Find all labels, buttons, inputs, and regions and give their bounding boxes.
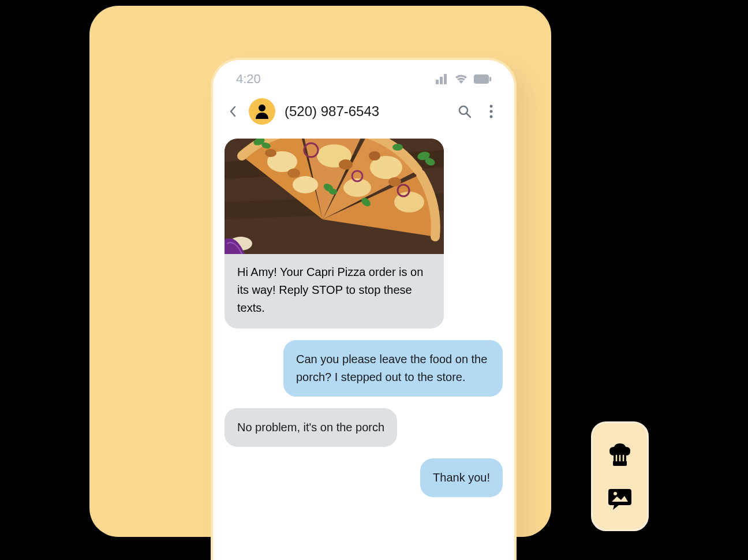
svg-point-22 bbox=[369, 151, 380, 160]
message-text: Thank you! bbox=[433, 471, 490, 484]
svg-point-10 bbox=[490, 115, 493, 118]
phone-frame: 4:20 (520) 987-6543 bbox=[211, 58, 517, 560]
more-vert-icon bbox=[489, 104, 493, 118]
contact-name: (520) 987-6543 bbox=[285, 103, 448, 120]
battery-icon bbox=[474, 74, 491, 84]
svg-point-20 bbox=[339, 159, 353, 170]
floating-panel bbox=[591, 421, 649, 531]
chef-hat-icon bbox=[607, 442, 633, 467]
message-incoming-with-image[interactable]: Hi Amy! Your Capri Pizza order is on its… bbox=[225, 139, 444, 328]
message-text: Hi Amy! Your Capri Pizza order is on its… bbox=[225, 254, 444, 328]
svg-point-17 bbox=[293, 176, 318, 193]
search-button[interactable] bbox=[458, 104, 472, 118]
svg-point-30 bbox=[329, 189, 337, 195]
status-bar: 4:20 bbox=[213, 60, 514, 91]
status-icons bbox=[436, 74, 491, 84]
pizza-photo bbox=[225, 139, 444, 254]
back-button[interactable] bbox=[226, 104, 240, 118]
image-chat-icon bbox=[607, 486, 633, 511]
svg-point-23 bbox=[265, 149, 276, 157]
contact-avatar[interactable] bbox=[249, 98, 275, 125]
message-outgoing[interactable]: Thank you! bbox=[420, 458, 503, 497]
svg-point-21 bbox=[388, 177, 401, 186]
svg-point-9 bbox=[490, 110, 493, 113]
chevron-left-icon bbox=[229, 106, 236, 117]
svg-rect-3 bbox=[474, 74, 489, 84]
svg-rect-4 bbox=[489, 77, 491, 81]
svg-line-7 bbox=[466, 113, 470, 117]
svg-point-8 bbox=[490, 105, 493, 108]
person-icon bbox=[255, 104, 269, 119]
message-incoming[interactable]: No problem, it's on the porch bbox=[225, 408, 397, 447]
message-thread[interactable]: Hi Amy! Your Capri Pizza order is on its… bbox=[213, 134, 514, 509]
signal-icon bbox=[436, 74, 448, 84]
svg-point-39 bbox=[614, 492, 617, 495]
search-icon bbox=[458, 104, 472, 118]
chef-hat-button[interactable] bbox=[606, 440, 634, 468]
svg-rect-2 bbox=[444, 74, 447, 84]
svg-point-19 bbox=[287, 169, 300, 178]
message-outgoing[interactable]: Can you please leave the food on the por… bbox=[283, 340, 503, 397]
status-time: 4:20 bbox=[236, 72, 261, 87]
svg-point-5 bbox=[259, 104, 265, 111]
more-button[interactable] bbox=[484, 104, 498, 118]
message-text: No problem, it's on the porch bbox=[237, 421, 384, 434]
image-chat-button[interactable] bbox=[606, 484, 634, 512]
wifi-icon bbox=[454, 74, 468, 84]
svg-rect-1 bbox=[440, 77, 443, 84]
message-text: Can you please leave the food on the por… bbox=[296, 353, 487, 383]
chat-header: (520) 987-6543 bbox=[213, 91, 514, 134]
svg-rect-0 bbox=[436, 80, 439, 84]
svg-point-33 bbox=[392, 144, 403, 151]
